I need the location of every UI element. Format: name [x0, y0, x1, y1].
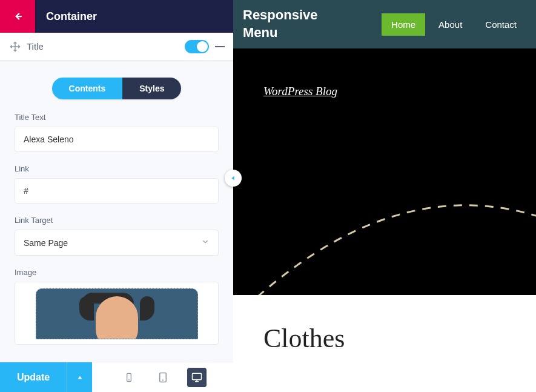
link-target-select[interactable]: Same Page — [15, 230, 219, 256]
chevron-down-icon — [201, 238, 210, 248]
visibility-toggle[interactable] — [185, 40, 209, 53]
link-input[interactable] — [15, 178, 219, 204]
link-label: Link — [15, 164, 219, 173]
caret-up-icon — [77, 374, 83, 380]
editor-panel: Container Title Contents Styles Title Te… — [0, 0, 233, 392]
tab-styles[interactable]: Styles — [122, 78, 181, 99]
image-picker[interactable] — [15, 282, 219, 345]
page-heading: Clothes — [263, 323, 506, 354]
avatar-preview — [36, 288, 198, 339]
device-tablet-button[interactable] — [153, 368, 173, 387]
panel-title: Container — [46, 10, 97, 23]
field-link: Link — [15, 164, 219, 204]
preview-nav: ResponsiveMenu Home About Contact — [233, 0, 536, 48]
nav-item-home[interactable]: Home — [382, 13, 425, 36]
title-text-input[interactable] — [15, 127, 219, 152]
move-icon — [10, 41, 21, 52]
link-target-value: Same Page — [24, 238, 68, 248]
device-mobile-button[interactable] — [119, 368, 139, 387]
section-header: Title — [0, 33, 233, 61]
tab-pill: Contents Styles — [52, 78, 182, 99]
link-target-label: Link Target — [15, 216, 219, 225]
svg-point-5 — [128, 379, 129, 380]
preview-area: ResponsiveMenu Home About Contact WordPr… — [233, 0, 536, 392]
image-label: Image — [15, 268, 219, 277]
tab-row: Contents Styles — [0, 61, 233, 113]
svg-point-7 — [162, 380, 163, 380]
tablet-icon — [157, 371, 168, 384]
title-text-label: Title Text — [15, 113, 219, 122]
nav-brand: ResponsiveMenu — [243, 7, 318, 41]
device-buttons — [92, 368, 233, 387]
arrow-left-icon — [12, 11, 23, 22]
blog-link[interactable]: WordPress Blog — [263, 85, 337, 98]
collapse-panel-button[interactable] — [225, 170, 242, 187]
decorative-curve — [257, 188, 536, 297]
device-desktop-button[interactable] — [187, 368, 207, 387]
svg-marker-3 — [78, 376, 82, 379]
form-area: Title Text Link Link Target Same Page Im… — [0, 113, 233, 392]
collapse-button[interactable] — [215, 46, 225, 47]
desktop-icon — [191, 372, 203, 383]
svg-marker-11 — [232, 176, 234, 181]
nav-menu: Home About Contact — [382, 13, 526, 36]
caret-left-icon — [230, 175, 236, 181]
update-button[interactable]: Update — [0, 362, 67, 393]
preview-body: WordPress Blog Clothes — [233, 48, 536, 392]
content-section: Clothes — [233, 295, 536, 392]
back-button[interactable] — [0, 0, 35, 33]
update-options-button[interactable] — [67, 362, 92, 393]
tab-contents[interactable]: Contents — [52, 78, 123, 99]
field-title-text: Title Text — [15, 113, 219, 152]
mobile-icon — [124, 371, 134, 384]
panel-header: Container — [0, 0, 233, 33]
section-title: Title — [27, 41, 185, 51]
nav-item-contact[interactable]: Contact — [475, 13, 526, 36]
bottom-bar: Update — [0, 362, 233, 392]
field-image: Image — [15, 268, 219, 345]
svg-rect-8 — [192, 373, 201, 380]
drag-handle[interactable] — [8, 40, 22, 53]
nav-item-about[interactable]: About — [429, 13, 472, 36]
field-link-target: Link Target Same Page — [15, 216, 219, 256]
